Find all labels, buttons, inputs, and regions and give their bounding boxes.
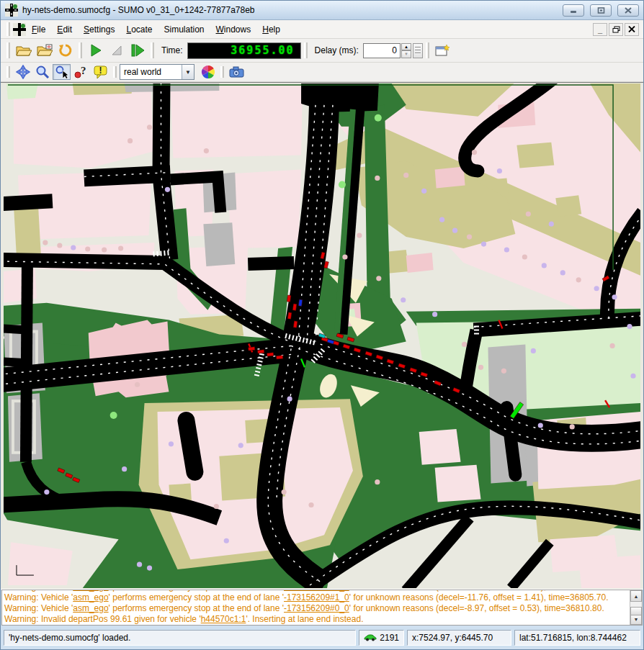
minimize-button[interactable] <box>563 4 584 17</box>
log-link[interactable]: asm_ego <box>73 590 108 592</box>
stop-button[interactable] <box>107 42 126 60</box>
pedestrian-dot <box>478 365 483 370</box>
pedestrian-dot <box>630 374 635 379</box>
poi-dot <box>375 114 382 122</box>
pedestrian-dot <box>432 312 437 317</box>
vehicle[interactable] <box>287 295 291 302</box>
vehicle[interactable] <box>257 350 264 353</box>
log-link[interactable]: -173156209#0_0 <box>284 603 349 613</box>
time-label: Time: <box>157 45 187 55</box>
run-button[interactable] <box>86 42 105 60</box>
chevron-down-icon[interactable]: ▼ <box>182 65 194 79</box>
menu-bar: FileEditSettingsLocateSimulationWindowsH… <box>1 20 643 39</box>
pedestrian-dot <box>147 566 152 571</box>
pedestrian-dot <box>376 276 381 281</box>
recenter-icon <box>16 65 30 79</box>
spin-up-icon[interactable]: ▲ <box>401 43 411 51</box>
mdi-close-button[interactable] <box>625 23 639 36</box>
pedestrian-dot <box>462 342 467 347</box>
delay-spinner[interactable]: ▲ ▼ <box>401 43 411 58</box>
open-network-button[interactable] <box>35 42 54 60</box>
menu-windows[interactable]: Windows <box>210 22 257 37</box>
vehicle[interactable] <box>298 299 303 306</box>
edit-coloring-button[interactable] <box>199 64 217 80</box>
toolbar-grip[interactable] <box>220 66 224 78</box>
menu-settings[interactable]: Settings <box>78 22 120 37</box>
window-title: hy-nets-demo.sumocfg - SUMO v0_31_0+1242… <box>22 5 557 15</box>
menu-simulation[interactable]: Simulation <box>158 22 210 37</box>
log-link[interactable]: asm_ego <box>73 592 108 602</box>
log-link[interactable]: -173156209#1_0 <box>284 590 349 592</box>
vehicle[interactable] <box>292 304 297 310</box>
reload-button[interactable] <box>55 42 75 60</box>
toolbar-grip[interactable] <box>6 22 10 36</box>
toolbar-grip[interactable] <box>79 42 82 58</box>
toolbar-grip[interactable] <box>113 66 117 78</box>
vehicle[interactable] <box>267 353 273 356</box>
step-icon <box>130 44 145 57</box>
menu-locate[interactable]: Locate <box>120 22 158 37</box>
scroll-up-icon[interactable]: ▲ <box>630 590 642 602</box>
scroll-thumb[interactable] <box>630 607 642 615</box>
pedestrian-dot <box>204 148 209 153</box>
open-config-icon <box>16 44 32 57</box>
toolbar-grip[interactable] <box>6 66 10 78</box>
pedestrian-dot <box>57 243 62 248</box>
coloring-scheme-select[interactable]: real world ▼ <box>120 64 194 80</box>
spin-down-icon[interactable]: ▼ <box>401 50 411 58</box>
vehicle[interactable] <box>287 312 292 319</box>
pedestrian-dot <box>526 212 531 217</box>
vehicle[interactable] <box>276 356 282 359</box>
log-text: Warning: Invalid departPos 99.61 given f… <box>4 614 201 624</box>
log-line: Warning: Invalid departPos 99.61 given f… <box>4 614 627 625</box>
messages-button[interactable]: ! <box>91 64 109 80</box>
recenter-button[interactable] <box>14 64 32 80</box>
vehicle[interactable] <box>293 321 298 328</box>
menu-help[interactable]: Help <box>256 22 286 37</box>
map-canvas[interactable] <box>1 82 643 590</box>
log-text: ' performs emergency stop at the end of … <box>109 592 284 602</box>
locate-button[interactable] <box>53 64 71 80</box>
delay-dial[interactable] <box>413 43 423 58</box>
screenshot-button[interactable] <box>228 64 246 80</box>
restore-button[interactable] <box>590 4 612 17</box>
toolbar-grip[interactable] <box>151 42 154 58</box>
log-text: '. Inserting at lane end instead. <box>246 614 363 624</box>
pedestrian-dot <box>147 125 152 130</box>
zoom-button[interactable] <box>33 64 51 80</box>
menu-file[interactable]: File <box>26 22 51 37</box>
pedestrian-dot <box>238 443 243 448</box>
step-button[interactable] <box>128 42 147 60</box>
svg-text:?: ? <box>81 65 86 76</box>
log-text: Warning: Vehicle ' <box>4 592 73 602</box>
open-config-button[interactable] <box>14 42 33 60</box>
new-view-button[interactable] <box>433 42 452 60</box>
pedestrian-dot <box>375 479 380 484</box>
delay-label: Delay (ms): <box>310 45 363 55</box>
sumo-main-window: hy-nets-demo.sumocfg - SUMO v0_31_0+1242… <box>0 0 644 650</box>
pedestrian-dot <box>403 173 408 178</box>
simulation-toolbar: Time: 36955.00 Delay (ms): 0 ▲ ▼ <box>1 39 643 63</box>
camera-icon <box>229 66 245 78</box>
log-link[interactable]: asm_ego <box>73 603 108 613</box>
app-settings-button[interactable]: ? <box>72 64 90 80</box>
log-scrollbar[interactable]: ▲ ▼ <box>630 590 642 625</box>
log-text: Warning: Vehicle ' <box>4 603 73 613</box>
pedestrian-dot <box>531 348 536 353</box>
toolbar-grip[interactable] <box>6 42 10 58</box>
pedestrian-dot <box>421 189 426 194</box>
mdi-restore-button[interactable] <box>609 23 623 36</box>
toolbar-grip[interactable] <box>426 42 429 58</box>
log-link[interactable]: -173156209#1_0 <box>284 592 349 602</box>
close-button[interactable] <box>617 4 639 17</box>
vehicle[interactable] <box>249 347 255 351</box>
toolbar-grip[interactable] <box>304 42 308 58</box>
scroll-track[interactable] <box>630 602 642 613</box>
delay-input[interactable]: 0 <box>363 43 401 58</box>
log-line: Warning: Vehicle 'asm_ego' performs emer… <box>4 592 627 603</box>
pedestrian-dot <box>214 504 219 509</box>
log-link[interactable]: h44570c1:1 <box>201 614 246 624</box>
menu-edit[interactable]: Edit <box>51 22 78 37</box>
pedestrian-dot <box>71 245 76 250</box>
mdi-minimize-button[interactable]: _ <box>593 23 607 36</box>
